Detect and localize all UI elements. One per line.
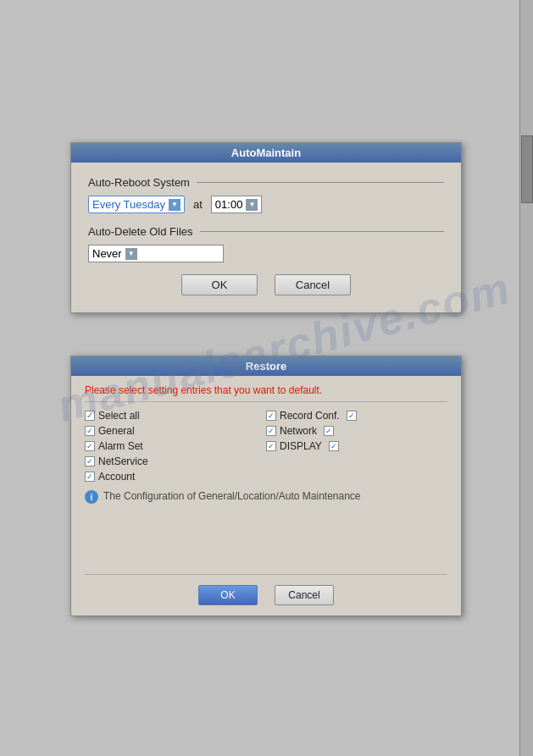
- auto-delete-label: Auto-Delete Old Files: [88, 225, 444, 238]
- restore-cancel-button[interactable]: Cancel: [275, 585, 334, 605]
- time-value: 01:00: [215, 198, 243, 211]
- info-text: The Configuration of General/Location/Au…: [103, 490, 361, 502]
- netservice-label: NetService: [98, 455, 148, 467]
- record-conf-checkbox2[interactable]: [347, 411, 357, 421]
- general-checkbox[interactable]: [85, 426, 95, 436]
- auto-reboot-label: Auto-Reboot System: [88, 176, 444, 189]
- list-item: Record Conf.: [266, 409, 447, 422]
- network-checkbox2[interactable]: [324, 426, 334, 436]
- restore-ok-button[interactable]: OK: [198, 585, 258, 605]
- list-item: DISPLAY: [266, 439, 447, 453]
- display-label: DISPLAY: [280, 440, 322, 452]
- never-select[interactable]: Never ▼: [88, 245, 224, 262]
- automaintain-cancel-button[interactable]: Cancel: [275, 274, 351, 295]
- list-item: NetService: [85, 455, 266, 468]
- automaintain-title: AutoMaintain: [71, 143, 461, 163]
- automaintain-ok-button[interactable]: OK: [181, 274, 258, 295]
- day-select[interactable]: Every Tuesday ▼: [88, 196, 185, 213]
- general-label: General: [98, 425, 135, 437]
- restore-title: Restore: [71, 356, 461, 376]
- display-checkbox[interactable]: [266, 441, 276, 451]
- never-select-arrow[interactable]: ▼: [125, 248, 137, 260]
- list-item: [266, 455, 447, 468]
- select-all-label: Select all: [98, 410, 140, 422]
- restore-items-grid: Select all Record Conf. General Network …: [85, 409, 447, 483]
- record-conf-label: Record Conf.: [280, 410, 340, 422]
- list-item: Account: [85, 470, 266, 483]
- select-all-checkbox[interactable]: [85, 411, 95, 421]
- account-label: Account: [98, 471, 135, 483]
- display-checkbox2[interactable]: [329, 441, 339, 451]
- restore-dialog: Restore Please select setting entries th…: [70, 356, 462, 616]
- automaintain-dialog: AutoMaintain Auto-Reboot System Every Tu…: [70, 142, 462, 313]
- list-item: General: [85, 424, 266, 438]
- time-select[interactable]: 01:00 ▼: [211, 196, 263, 213]
- alarm-set-checkbox[interactable]: [85, 441, 95, 451]
- scrollbar[interactable]: [519, 0, 533, 756]
- list-item: Select all: [85, 409, 266, 422]
- scrollbar-thumb[interactable]: [521, 135, 533, 203]
- record-conf-checkbox[interactable]: [266, 411, 276, 421]
- restore-instruction: Please select setting entries that you w…: [85, 384, 447, 402]
- network-label: Network: [280, 425, 317, 437]
- info-message: i The Configuration of General/Location/…: [85, 490, 447, 575]
- account-checkbox[interactable]: [85, 472, 95, 482]
- never-value: Never: [92, 247, 122, 260]
- list-item: Network: [266, 424, 447, 438]
- list-item: Alarm Set: [85, 439, 266, 453]
- at-label: at: [193, 198, 203, 211]
- alarm-set-label: Alarm Set: [98, 440, 143, 452]
- time-select-arrow[interactable]: ▼: [246, 199, 258, 211]
- info-icon: i: [85, 490, 98, 504]
- netservice-checkbox[interactable]: [85, 456, 95, 466]
- day-value: Every Tuesday: [92, 198, 165, 211]
- day-select-arrow[interactable]: ▼: [169, 199, 180, 211]
- network-checkbox[interactable]: [266, 426, 276, 436]
